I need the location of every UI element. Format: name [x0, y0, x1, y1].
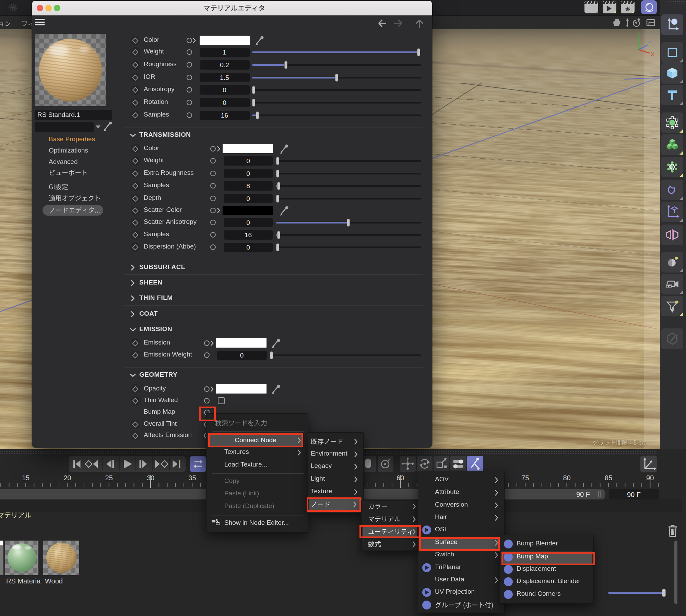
svg-text:20: 20 [63, 474, 71, 482]
svg-text:15: 15 [22, 474, 29, 482]
svg-text:80: 80 [563, 474, 570, 482]
svg-text:75: 75 [521, 474, 529, 482]
svg-text:X: X [651, 51, 654, 57]
svg-text:35: 35 [188, 474, 196, 482]
svg-text:Z: Z [648, 39, 651, 45]
svg-text:Y: Y [637, 32, 640, 37]
svg-text:85: 85 [605, 474, 612, 482]
svg-text:25: 25 [105, 474, 113, 482]
svg-text:ST: ST [667, 285, 671, 288]
